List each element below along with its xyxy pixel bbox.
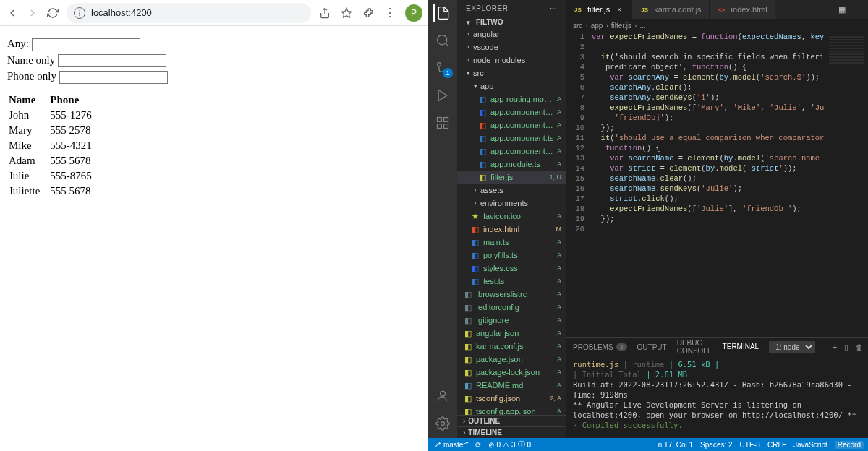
file-item[interactable]: ◧test.tsA [457, 275, 566, 288]
file-item[interactable]: ◧.editorconfigA [457, 301, 566, 314]
friends-table: Name Phone John555-1276Mary555 2578Mike5… [7, 93, 101, 199]
svg-point-2 [438, 63, 441, 66]
scm-badge: 1 [443, 68, 453, 78]
extensions-icon[interactable] [434, 114, 451, 132]
folder-item[interactable]: ▾src [457, 66, 566, 80]
panel-actions: + ▯ 🗑 ^ × [833, 343, 868, 351]
status-bar: ⎇ master* ⟳ ⊘ 0 ⚠ 3 ⓘ 0 Ln 17, Col 1 Spa… [428, 438, 868, 451]
browser-toolbar: i localhost:4200 ⋮ P [0, 0, 428, 26]
terminal-select[interactable]: 1: node [769, 341, 815, 353]
file-item[interactable]: ◧main.tsA [457, 236, 566, 249]
file-item[interactable]: ◧.browserslistrcA [457, 288, 566, 301]
folder-item[interactable]: ›assets [457, 184, 566, 197]
breadcrumb[interactable]: src›app›filter.js›... [566, 19, 868, 32]
svg-marker-4 [438, 90, 447, 101]
file-item[interactable]: ◧README.mdA [457, 379, 566, 392]
settings-icon[interactable] [434, 415, 451, 432]
browser-pane: i localhost:4200 ⋮ P Any: Name only Phon… [0, 0, 428, 451]
menu-button[interactable]: ⋮ [383, 7, 396, 20]
output-tab[interactable]: OUTPUT [637, 343, 667, 351]
editor-tabs: JSfilter.js×JSkarma.conf.js<>index.html▦… [566, 0, 868, 19]
encoding-status[interactable]: UTF-8 [740, 441, 760, 449]
file-item[interactable]: ◧app.component.tsA [457, 132, 566, 145]
file-item[interactable]: ◧filter.js1, U [457, 171, 566, 184]
svg-rect-8 [444, 124, 448, 129]
file-item[interactable]: ★favicon.icoA [457, 210, 566, 223]
table-row: Mary555 2578 [7, 123, 101, 138]
trash-icon[interactable]: 🗑 [856, 343, 863, 351]
folder-item[interactable]: ▾app [457, 80, 566, 93]
editor-tab[interactable]: JSkarma.conf.js [632, 0, 709, 19]
filter-phone-input[interactable] [59, 71, 168, 84]
explorer-icon[interactable] [433, 4, 451, 22]
bookmark-button[interactable] [340, 7, 353, 20]
project-root[interactable]: ▾ FILTWO [457, 17, 566, 27]
file-item[interactable]: ◧styles.cssA [457, 262, 566, 275]
extensions-button[interactable] [362, 7, 375, 20]
back-button[interactable] [6, 7, 19, 20]
editor-action-icon[interactable]: ⋯ [853, 5, 861, 14]
file-item[interactable]: ◧package.jsonA [457, 353, 566, 366]
terminal-tab[interactable]: TERMINAL [723, 343, 760, 351]
file-item[interactable]: ◧index.htmlM [457, 223, 566, 236]
problems-tab[interactable]: PROBLEMS3 [573, 343, 627, 351]
file-item[interactable]: ◧polyfills.tsA [457, 249, 566, 262]
code-lines[interactable]: var expectFriendNames = function(expecte… [592, 32, 825, 337]
debug-tab[interactable]: DEBUG CONSOLE [677, 339, 712, 355]
search-icon[interactable] [434, 32, 451, 49]
activity-bar: 1 [428, 0, 457, 438]
spaces-status[interactable]: Spaces: 2 [700, 441, 732, 449]
explorer-sidebar: EXPLORER ⋯ ▾ FILTWO ›angular›vscode›node… [457, 0, 566, 438]
account-icon[interactable] [434, 387, 451, 405]
table-row: Julie555-8765 [7, 168, 101, 184]
site-info-icon[interactable]: i [74, 7, 85, 19]
vscode-pane: 1 EXPLORER ⋯ ▾ FILTWO ›angular›vscode›no… [428, 0, 868, 451]
file-item[interactable]: ◧tsconfig.json2, A [457, 392, 566, 405]
reload-button[interactable] [46, 7, 59, 20]
file-item[interactable]: ◧app.component.htmlA [457, 119, 566, 132]
editor-tab[interactable]: <>index.html [710, 0, 775, 19]
url-bar[interactable]: i localhost:4200 [67, 3, 311, 23]
scm-icon[interactable]: 1 [434, 59, 451, 77]
folder-item[interactable]: ›angular [457, 27, 566, 40]
file-item[interactable]: ◧angular.jsonA [457, 327, 566, 340]
sync-status[interactable]: ⟳ [475, 441, 481, 449]
code-area[interactable]: 1234567891011121314151617181920 var expe… [566, 32, 868, 337]
new-terminal-icon[interactable]: + [833, 343, 837, 351]
folder-item[interactable]: ›node_modules [457, 53, 566, 66]
file-item[interactable]: ◧app-routing.module.tsA [457, 93, 566, 106]
eol-status[interactable]: CRLF [767, 441, 786, 449]
record-status[interactable]: Record [835, 441, 864, 449]
folder-item[interactable]: ›environments [457, 197, 566, 210]
close-tab-icon[interactable]: × [614, 4, 624, 14]
filter-any-input[interactable] [32, 38, 140, 51]
profile-avatar[interactable]: P [405, 4, 422, 22]
timeline-section[interactable]: ›TIMELINE [457, 426, 566, 438]
filter-any-row: Any: [7, 38, 421, 51]
outline-section[interactable]: ›OUTLINE [457, 415, 566, 426]
file-item[interactable]: ◧.gitignoreA [457, 314, 566, 327]
file-item[interactable]: ◧package-lock.jsonA [457, 366, 566, 379]
table-row: Mike555-4321 [7, 138, 101, 153]
split-terminal-icon[interactable]: ▯ [844, 343, 848, 351]
file-item[interactable]: ◧app.component.spec.tsA [457, 145, 566, 158]
share-button[interactable] [318, 7, 331, 20]
toolbar-right: ⋮ P [318, 4, 422, 22]
branch-status[interactable]: ⎇ master* [433, 441, 468, 449]
terminal-output[interactable]: runtime.js | runtime | 6.51 kB | | Initi… [566, 356, 868, 438]
forward-button[interactable] [26, 7, 39, 20]
file-item[interactable]: ◧tsconfig.app.jsonA [457, 405, 566, 415]
problems-status[interactable]: ⊘ 0 ⚠ 3 ⓘ 0 [488, 439, 531, 450]
debug-icon[interactable] [434, 87, 451, 104]
cursor-status[interactable]: Ln 17, Col 1 [654, 441, 693, 449]
file-item[interactable]: ◧app.component.cssA [457, 106, 566, 119]
file-item[interactable]: ◧karma.conf.jsA [457, 340, 566, 353]
folder-item[interactable]: ›vscode [457, 40, 566, 53]
file-item[interactable]: ◧app.module.tsA [457, 158, 566, 171]
lang-status[interactable]: JavaScript [793, 441, 827, 449]
explorer-more-icon[interactable]: ⋯ [550, 4, 558, 12]
filter-name-input[interactable] [58, 54, 166, 67]
editor-tab[interactable]: JSfilter.js× [566, 0, 632, 19]
editor-action-icon[interactable]: ▦ [838, 5, 846, 14]
minimap[interactable] [825, 32, 868, 337]
